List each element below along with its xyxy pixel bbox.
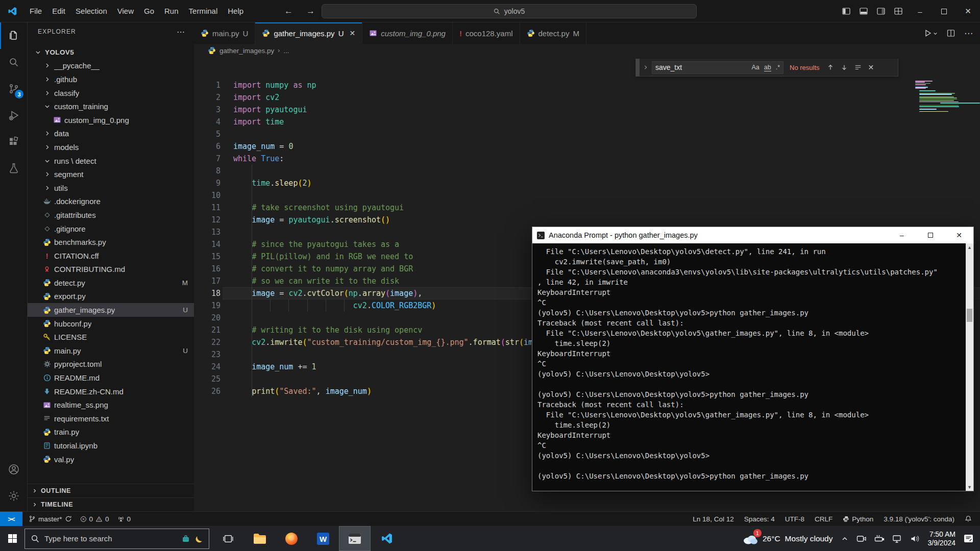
editor-line[interactable]: cv2.COLOR_RGB2BGR): [233, 299, 579, 312]
more-actions-icon[interactable]: ⋯: [964, 28, 973, 39]
breadcrumb-file[interactable]: gather_images.py: [219, 47, 274, 55]
toggle-secondary-sidebar-icon[interactable]: [877, 7, 885, 15]
extensions-icon[interactable]: [0, 129, 28, 155]
explorer-item-custom_img_0.png[interactable]: custom_img_0.png: [28, 113, 194, 127]
encoding[interactable]: UTF-8: [785, 515, 804, 523]
terminal-close-button[interactable]: ✕: [945, 227, 973, 243]
editor-line[interactable]: [233, 189, 579, 202]
start-button[interactable]: [0, 526, 24, 551]
explorer-item-runs \ detect[interactable]: runs \ detect: [28, 154, 194, 168]
editor-line[interactable]: # so we can write it to the disk: [233, 275, 579, 287]
regex-toggle[interactable]: .*: [776, 64, 780, 71]
terminal-titlebar[interactable]: Anaconda Prompt - python gather_images.p…: [532, 227, 973, 243]
editor-line[interactable]: # take screenshot using pyautogui: [233, 202, 579, 214]
editor-line[interactable]: [233, 348, 579, 361]
menu-help[interactable]: Help: [223, 4, 249, 18]
explorer-item-main.py[interactable]: main.pyU: [28, 344, 194, 358]
explorer-root-YOLOV5[interactable]: YOLOV5: [28, 45, 194, 59]
task-view-button[interactable]: [212, 526, 244, 551]
terminal-scrollbar[interactable]: ▲ ▼: [966, 243, 973, 491]
notifications-bell-icon[interactable]: [965, 515, 972, 522]
close-button[interactable]: ✕: [956, 0, 980, 22]
explorer-item-__pycache__[interactable]: __pycache__: [28, 59, 194, 73]
settings-gear-icon[interactable]: [0, 483, 28, 509]
explorer-item-realtime_ss.png[interactable]: realtime_ss.png: [28, 398, 194, 412]
editor-line[interactable]: import numpy as np: [233, 79, 579, 91]
explorer-item-benchmarks.py[interactable]: benchmarks.py: [28, 235, 194, 249]
tray-chevron-up-icon[interactable]: [841, 535, 849, 543]
cursor-position[interactable]: Ln 18, Col 12: [693, 515, 733, 523]
tab-coco128.yaml[interactable]: !coco128.yaml: [453, 22, 520, 44]
breadcrumb-ellipsis[interactable]: ...: [283, 47, 289, 55]
explorer-item-data[interactable]: data: [28, 127, 194, 141]
explorer-item-.github[interactable]: .github: [28, 72, 194, 86]
menu-selection[interactable]: Selection: [70, 4, 112, 18]
editor-line[interactable]: [233, 128, 579, 140]
explorer-item-gather_images.py[interactable]: gather_images.pyU: [28, 303, 194, 317]
search-view-icon[interactable]: [0, 49, 28, 76]
terminal-maximize-button[interactable]: [916, 227, 945, 243]
command-center-search[interactable]: yolov5: [322, 4, 697, 18]
source-control-icon[interactable]: 3: [0, 76, 28, 102]
menu-edit[interactable]: Edit: [47, 4, 70, 18]
battery-icon[interactable]: [874, 534, 885, 543]
accounts-icon[interactable]: [0, 456, 28, 483]
word-button[interactable]: W: [307, 526, 339, 551]
forward-arrow-icon[interactable]: →: [306, 6, 315, 16]
minimap[interactable]: [915, 81, 958, 113]
language-mode[interactable]: Python: [843, 515, 873, 523]
volume-icon[interactable]: [910, 534, 920, 543]
match-case-toggle[interactable]: Aa: [751, 64, 759, 71]
explorer-item-models[interactable]: models: [28, 140, 194, 154]
breadcrumb[interactable]: gather_images.py › ...: [194, 44, 980, 57]
explorer-item-hubconf.py[interactable]: hubconf.py: [28, 317, 194, 331]
tab-main.py[interactable]: main.pyU: [194, 22, 255, 44]
menu-go[interactable]: Go: [139, 4, 159, 18]
taskbar-search-box[interactable]: Type here to search: [24, 529, 209, 549]
file-explorer-button[interactable]: [244, 526, 276, 551]
editor-line[interactable]: import pyautogui: [233, 104, 579, 116]
scroll-down-icon[interactable]: ▼: [966, 483, 973, 491]
explorer-item-CONTRIBUTING.md[interactable]: CONTRIBUTING.md: [28, 263, 194, 277]
close-find-icon[interactable]: ✕: [868, 63, 874, 71]
vscode-taskbar-button[interactable]: [371, 526, 402, 551]
editor-line[interactable]: while True:: [233, 153, 579, 165]
explorer-item-pyproject.toml[interactable]: pyproject.toml: [28, 358, 194, 371]
git-branch-item[interactable]: master*: [29, 515, 72, 523]
explorer-item-segment[interactable]: segment: [28, 167, 194, 181]
tab-gather_images.py[interactable]: gather_images.pyU✕: [255, 22, 362, 44]
editor-line[interactable]: [233, 373, 579, 385]
action-center-icon[interactable]: [963, 533, 974, 544]
whole-word-toggle[interactable]: ab: [764, 64, 771, 71]
run-python-file-button[interactable]: [924, 29, 938, 37]
menu-run[interactable]: Run: [159, 4, 184, 18]
find-widget-sash[interactable]: [636, 59, 640, 77]
find-in-selection-icon[interactable]: [854, 64, 862, 71]
explorer-item-CITATION.cff[interactable]: !CITATION.cff: [28, 249, 194, 263]
anaconda-prompt-window[interactable]: Anaconda Prompt - python gather_images.p…: [532, 227, 974, 491]
explorer-item-README.zh-CN.md[interactable]: README.zh-CN.md: [28, 385, 194, 398]
explorer-item-detect.py[interactable]: detect.pyM: [28, 276, 194, 290]
terminal-output[interactable]: File "C:\Users\Lenovo\Desktop\yolov5\det…: [532, 243, 966, 491]
toggle-panel-icon[interactable]: [860, 7, 868, 15]
tab-detect.py[interactable]: detect.pyM: [520, 22, 586, 44]
editor-line[interactable]: # PIL(pillow) and in RGB we need to: [233, 251, 579, 263]
editor-line[interactable]: # writing it to the disk using opencv: [233, 324, 579, 336]
explorer-item-.dockerignore[interactable]: .dockerignore: [28, 195, 194, 209]
weather-widget[interactable]: 1 26°C Mostly cloudy: [743, 533, 833, 545]
explorer-item-README.md[interactable]: README.md: [28, 371, 194, 385]
editor-line[interactable]: import cv2: [233, 91, 579, 104]
testing-icon[interactable]: [0, 155, 28, 182]
remote-indicator[interactable]: ><: [0, 512, 22, 526]
terminal-minimize-button[interactable]: –: [888, 227, 916, 243]
editor-line[interactable]: print("Saved:", image_num): [233, 385, 579, 397]
editor-line[interactable]: image_num += 1: [233, 361, 579, 373]
explorer-item-export.py[interactable]: export.py: [28, 290, 194, 304]
explorer-item-.gitattributes[interactable]: .gitattributes: [28, 208, 194, 222]
eol-sequence[interactable]: CRLF: [815, 515, 832, 523]
toggle-replace-icon[interactable]: [642, 64, 650, 70]
firefox-button[interactable]: [276, 526, 307, 551]
explorer-item-LICENSE[interactable]: LICENSE: [28, 330, 194, 344]
find-input[interactable]: save_txt Aa ab .*: [652, 61, 783, 74]
customize-layout-icon[interactable]: [894, 7, 902, 15]
